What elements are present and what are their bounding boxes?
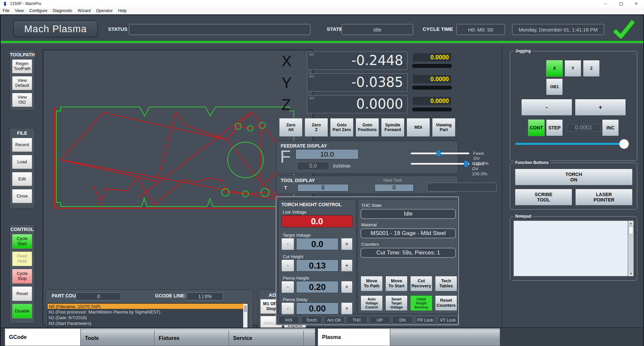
zero-z-button[interactable]: Zero Z [305,118,328,137]
jog-minus-button[interactable]: - [521,99,572,116]
menu-operator[interactable]: Operator [94,7,115,14]
cut-height-value[interactable]: 0.13 [296,260,338,272]
scroll-down-icon[interactable]: ▼ [628,271,634,276]
pierce-delay-value[interactable]: 0.00 [296,302,338,314]
spindle-forward-button[interactable]: Spindle Forward [381,118,405,137]
tab-service[interactable]: Service [229,331,304,346]
jog-plus-button[interactable]: + [575,99,626,116]
target-voltage-plus-button[interactable]: + [341,238,353,250]
cut-height-minus-button[interactable]: - [281,260,294,272]
jog-axis-z-button[interactable]: Z [583,60,600,77]
reset-button[interactable]: Reset [12,286,32,301]
target-voltage-label: Target Voltage [283,233,311,238]
jog-step-button[interactable]: STEP [546,119,563,136]
cut-recovery-button[interactable]: Cut Recovery [410,276,432,291]
scroll-up-icon[interactable]: ▲ [628,221,634,226]
jog-axis-x-button[interactable]: X [546,60,563,77]
torch-on-button[interactable]: TORCH ON [515,169,633,185]
tab-tools[interactable]: Tools [81,331,155,346]
laser-pointer-button[interactable]: LASER POINTER [575,189,633,206]
cut-height-plus-button[interactable]: + [341,260,353,272]
zero-all-button[interactable]: Zero All [279,118,303,137]
left-tab-group: GCode Tools Fixtures Service [5,329,315,346]
jog-speed-slider[interactable] [515,143,624,145]
minimize-icon[interactable]: ─ [598,0,613,7]
close-icon[interactable]: ✕ [629,0,644,7]
move-to-start-button[interactable]: Move To Start [385,276,408,291]
feedrate-units: inch/min [333,163,351,169]
jog-axis-y-button[interactable]: Y [565,60,581,77]
feed-hold-button[interactable]: Feed Hold [12,251,32,266]
feedrate-actual: 0.0 [297,162,329,170]
cycle-stop-button[interactable]: Cycle Stop [12,269,32,284]
notepad-title: Notepad [514,214,533,219]
arc-ok-indicator: Arc OK [324,316,345,324]
view-default-button[interactable]: View Default [12,76,32,90]
menu-help[interactable]: Help [115,7,129,14]
gcode-row[interactable]: N0 (Filename: 10270.TAP) [47,303,248,309]
tech-tables-button[interactable]: Tech Tables [435,276,457,291]
rapid-override-slider[interactable] [411,163,469,165]
x-dro-field: (in) -0.2448 [307,52,408,70]
viewing-part-button[interactable]: Viewing Part [432,118,455,137]
toolpath-panel-title: TOOLPATH [10,52,35,57]
edit-button[interactable]: Edit [12,172,32,186]
pierce-delay-plus-button[interactable]: + [341,302,353,314]
load-button[interactable]: Load [12,155,32,169]
jog-speed-thumb[interactable] [619,139,629,149]
tab-fixtures[interactable]: Fixtures [155,331,229,346]
jog-axis-ob1-button[interactable]: OB1 [546,78,563,95]
x-position: -0.2448 [352,53,403,68]
recent-button[interactable]: Recent [12,138,32,152]
x-progress-bar [412,64,452,68]
pierce-height-plus-button[interactable]: + [341,281,353,293]
regen-toolpath-button[interactable]: Regen ToolPath [12,59,32,73]
jog-increment-field[interactable]: 0.0001 [567,124,600,131]
rapid-override-thumb[interactable] [464,161,468,167]
gcode-row[interactable]: N2 (Date: 6/7/2016) [47,315,248,321]
notepad-scroll-thumb[interactable] [629,226,633,234]
scribe-tool-button[interactable]: SCRIBE TOOL [515,189,572,206]
menu-diagnostic[interactable]: Diagnostic [50,7,75,14]
y-progress-bar [412,86,452,90]
menu-configure[interactable]: Configure [26,7,50,14]
gcode-row[interactable]: N1 (Post processor: MachMotion Plasma by… [47,309,248,315]
move-to-path-button[interactable]: Move To Path [361,276,383,291]
maximize-icon[interactable] [613,0,629,7]
target-voltage-minus-button[interactable]: - [281,238,294,250]
file-panel: FILE Recent Load Edit Close [9,128,35,209]
menu-wizard[interactable]: Wizard [75,7,94,14]
close-button[interactable]: Close [12,189,32,203]
material-value[interactable]: MS001 - 18 Gage - Mild Steel [361,228,456,238]
menu-file[interactable]: File [0,7,12,14]
auto-voltage-control-button[interactable]: Auto Voltage Control [361,295,383,311]
file-panel-title: FILE [10,130,35,136]
pierce-height-value[interactable]: 0.20 [296,281,338,293]
jog-cont-button[interactable]: CONT [528,119,545,136]
control-panel: CONTROL Cycle Start Feed Hold Cycle Stop… [9,224,35,324]
view-iso-button[interactable]: View ISO [12,93,32,107]
jog-inc-button[interactable]: INC [602,119,619,136]
menu-view[interactable]: View [12,7,26,14]
pierce-height-minus-button[interactable]: - [281,281,294,293]
disable-button[interactable]: Disable [12,304,32,319]
gcode-row[interactable]: N3 (Start Parameters) [47,321,248,326]
app-icon [3,1,7,6]
gcode-line-value: 1 | 0% [186,292,223,300]
notepad-textarea[interactable] [514,221,628,276]
target-voltage-value[interactable]: 0.0 [296,238,338,250]
mdi-button[interactable]: MDI [407,118,430,137]
goto-part-zero-button[interactable]: Goto Part Zero [330,118,354,137]
goto-positions-button[interactable]: Goto Positions [356,118,379,137]
cycle-start-button[interactable]: Cycle Start [12,234,32,249]
toolpath-preview[interactable]: PART COUNTER: 0 GCODE LINE: 1 | 0% N0 (F… [43,50,313,326]
tab-gcode[interactable]: GCode [5,329,81,346]
pierce-delay-minus-button[interactable]: - [281,302,294,314]
smart-target-voltage-button[interactable]: Smart Target Voltage [385,295,408,311]
ihs-indicator: IHS [278,316,299,324]
notepad-scrollbar[interactable]: ▲ ▼ [628,221,634,276]
feed-override-thumb[interactable] [436,150,441,157]
initial-height-sensing-button[interactable]: Initial Height Sensing [410,295,432,311]
tab-plasma[interactable]: Plasma [318,329,390,346]
reset-counters-button[interactable]: Reset Counters [435,295,457,311]
